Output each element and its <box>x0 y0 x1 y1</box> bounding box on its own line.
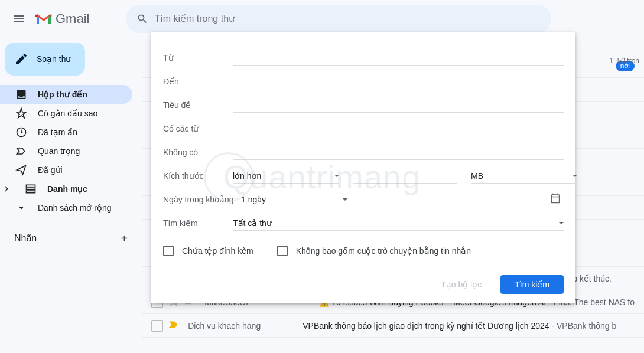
hamburger-icon <box>12 12 26 26</box>
add-label-button[interactable]: + <box>116 230 132 247</box>
categories-icon <box>25 183 37 195</box>
nav-label: Hộp thư đến <box>38 90 87 99</box>
chevron-down-icon <box>15 202 27 214</box>
svg-rect-3 <box>27 191 35 192</box>
nav-label: Quan trọng <box>38 146 80 156</box>
from-input[interactable] <box>233 51 564 66</box>
chevron-down-icon <box>559 222 564 224</box>
gmail-logo-icon <box>35 12 52 25</box>
from-label: Từ <box>163 53 233 63</box>
nav-starred[interactable]: Có gắn dấu sao <box>0 104 132 123</box>
to-label: Đến <box>163 77 233 86</box>
nav-more[interactable]: Danh sách mở rộng <box>0 198 132 217</box>
nav-inbox[interactable]: Hộp thư đến <box>0 85 132 104</box>
nav-label: Danh mục <box>47 184 87 194</box>
size-label: Kích thước <box>163 171 233 181</box>
calendar-icon <box>549 192 561 204</box>
size-unit-select[interactable]: MB <box>471 169 577 184</box>
subject-line: VPBank thông báo lịch giao dịch trong kỳ… <box>303 321 635 331</box>
date-range-select[interactable]: 1 ngày <box>241 192 347 207</box>
nav-label: Đã gửi <box>38 165 63 175</box>
search-icon <box>136 13 148 25</box>
inbox-icon <box>15 89 27 100</box>
sender: Dich vu khach hang <box>188 321 298 331</box>
size-operator-select[interactable]: lớn hơn <box>233 169 339 184</box>
date-label: Ngày trong khoảng <box>163 195 241 204</box>
search-icon-button[interactable] <box>131 7 154 31</box>
message-row[interactable]: Dich vu khach hang VPBank thông báo lịch… <box>142 314 644 338</box>
sidebar: Soạn thư Hộp thư đến Có gắn dấu sao Đã t… <box>0 38 142 353</box>
search-in-select[interactable]: Tất cả thư <box>233 216 564 231</box>
nav-categories[interactable]: Danh mục <box>0 179 132 198</box>
subject-label: Tiêu đề <box>163 100 233 110</box>
search-in-label: Tìm kiếm <box>163 218 233 228</box>
chevron-down-icon <box>573 175 577 177</box>
chevron-down-icon <box>343 198 347 201</box>
search-input[interactable] <box>154 14 547 24</box>
advanced-search-panel: Từ Đến Tiêu đề Có các từ Không có Kích t… <box>151 32 575 303</box>
search-bar[interactable] <box>126 5 551 33</box>
compose-button[interactable]: Soạn thư <box>5 43 85 76</box>
clock-icon <box>15 126 27 138</box>
nav-sent[interactable]: Đã gửi <box>0 161 132 179</box>
svg-rect-2 <box>27 188 35 189</box>
important-icon <box>15 145 27 157</box>
checkbox-icon <box>163 246 174 256</box>
subject-input[interactable] <box>233 98 564 113</box>
create-filter-button[interactable]: Tạo bộ lọc <box>427 275 496 294</box>
logo-text: Gmail <box>56 11 89 27</box>
row-checkbox[interactable] <box>151 320 163 332</box>
compose-label: Soạn thư <box>37 54 71 64</box>
has-words-input[interactable] <box>233 122 564 136</box>
has-words-label: Có các từ <box>163 124 233 133</box>
nav-label: Đã tạm ẩn <box>38 128 77 137</box>
labels-title: Nhãn <box>14 233 37 244</box>
pencil-icon <box>14 52 28 66</box>
labels-header: Nhãn + <box>0 229 142 248</box>
nav-label: Có gắn dấu sao <box>38 109 97 118</box>
has-attachment-checkbox[interactable]: Chứa tệp đính kèm <box>163 246 253 256</box>
svg-rect-1 <box>27 185 35 187</box>
checkbox-icon <box>277 246 288 256</box>
nav-label: Danh sách mở rộng <box>38 203 112 213</box>
pager-text: 1–50 tron <box>609 57 639 65</box>
exclude-chats-checkbox[interactable]: Không bao gồm cuộc trò chuyện bằng tin n… <box>277 246 471 256</box>
star-icon <box>15 107 27 119</box>
calendar-button[interactable] <box>549 192 564 207</box>
main-menu-button[interactable] <box>5 5 33 33</box>
nav-important[interactable]: Quan trọng <box>0 142 132 161</box>
date-input[interactable] <box>354 192 542 207</box>
gmail-logo[interactable]: Gmail <box>35 11 89 27</box>
star-toggle[interactable] <box>168 319 180 332</box>
not-has-input[interactable] <box>233 145 564 160</box>
caret-right-icon <box>4 186 15 192</box>
to-input[interactable] <box>233 74 564 89</box>
search-button[interactable]: Tìm kiếm <box>500 275 564 294</box>
chevron-down-icon <box>334 175 339 177</box>
not-has-label: Không có <box>163 148 233 157</box>
size-value-input[interactable] <box>353 169 457 184</box>
send-icon <box>15 164 27 176</box>
nav-snoozed[interactable]: Đã tạm ẩn <box>0 123 132 142</box>
